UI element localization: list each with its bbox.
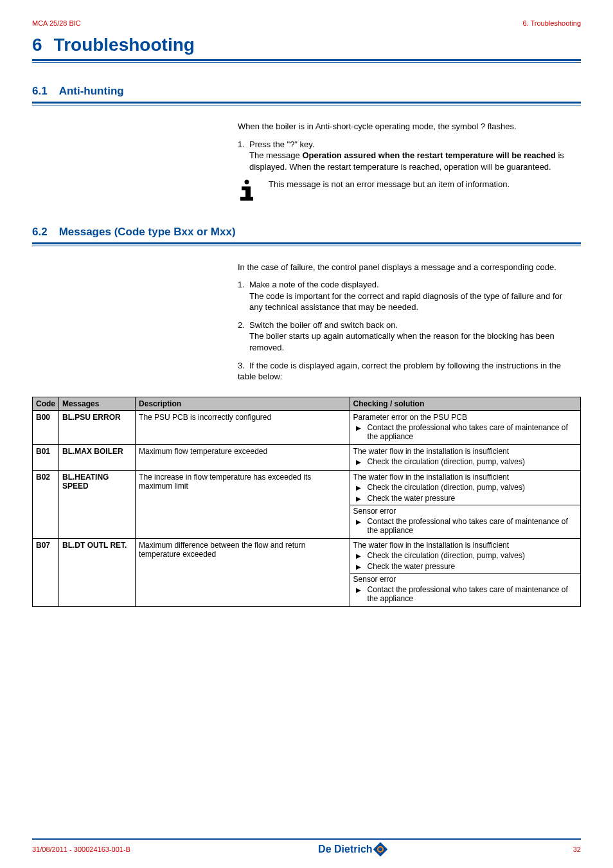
triangle-bullet-icon: ▶: [356, 483, 361, 493]
table-row: B01 BL.MAX BOILER Maximum flow temperatu…: [33, 444, 581, 470]
triangle-bullet-icon: ▶: [356, 457, 361, 467]
step-number: 3.: [238, 360, 249, 372]
s61-intro: When the boiler is in Anti-short-cycle o…: [238, 121, 574, 132]
solution-title: Sensor error: [353, 507, 577, 516]
cell-message: BL.PSU ERROR: [59, 410, 136, 444]
th-solution: Checking / solution: [350, 397, 580, 410]
chapter-number: 6: [32, 35, 42, 55]
triangle-bullet-icon: ▶: [356, 517, 361, 527]
step-number: 1.: [238, 139, 249, 150]
th-messages: Messages: [59, 397, 136, 410]
solution-subtext: Contact the professional who takes care …: [368, 423, 577, 441]
cell-code: B00: [33, 410, 59, 444]
s61-step1: 1.Press the "?" key. The message Operati…: [238, 139, 574, 173]
section-rule-thin: [32, 105, 581, 105]
cell-solution: The water flow in the installation is in…: [350, 444, 580, 470]
th-description: Description: [136, 397, 350, 410]
brand-logo: De Dietrich: [318, 844, 385, 855]
section-6-1-name: Anti-hunting: [59, 85, 124, 97]
triangle-bullet-icon: ▶: [356, 423, 361, 433]
section-6-1-title: 6.1Anti-hunting: [32, 85, 581, 98]
solution-subitem: ▶ Check the circulation (direction, pump…: [353, 457, 577, 467]
header-right: 6. Troubleshooting: [522, 19, 581, 27]
solution-subitem: ▶ Check the water pressure: [353, 562, 577, 572]
chapter-name: Troubleshooting: [54, 35, 195, 55]
solution-title: The water flow in the installation is in…: [353, 473, 577, 482]
solution-subitem: ▶ Contact the professional who takes car…: [353, 517, 577, 535]
cell-message: BL.DT OUTL RET.: [59, 538, 136, 606]
cell-message: BL.HEATING SPEED: [59, 470, 136, 538]
section-6-2-title: 6.2Messages (Code type Bxx or Mxx): [32, 226, 581, 239]
cell-message: BL.MAX BOILER: [59, 444, 136, 470]
cell-divider: [350, 573, 580, 574]
cell-solution: Parameter error on the PSU PCB ▶ Contact…: [350, 410, 580, 444]
cell-description: The PSU PCB is incorrectly configured: [136, 410, 350, 444]
step-text: Press the "?" key.: [249, 140, 314, 149]
triangle-bullet-icon: ▶: [356, 494, 361, 503]
step-continuation: The boiler starts up again automatically…: [249, 330, 574, 353]
table-row: B07 BL.DT OUTL RET. Maximum difference b…: [33, 538, 581, 606]
footer-rule: [32, 838, 581, 840]
section-6-1-body: When the boiler is in Anti-short-cycle o…: [238, 121, 574, 204]
cell-code: B02: [33, 470, 59, 538]
section-6-2-body: In the case of failure, the control pane…: [238, 262, 574, 383]
solution-title: The water flow in the installation is in…: [353, 541, 577, 550]
cell-divider: [350, 505, 580, 505]
svg-rect-3: [240, 197, 253, 201]
step-continuation: The code is important for the correct an…: [249, 291, 574, 313]
section-rule-thin: [32, 246, 581, 246]
page-header: MCA 25/28 BIC 6. Troubleshooting: [32, 19, 581, 27]
table-row: B02 BL.HEATING SPEED The increase in flo…: [33, 470, 581, 538]
step-number: 2.: [238, 320, 249, 331]
step-text: Make a note of the code displayed.: [249, 280, 379, 289]
section-6-2-name: Messages (Code type Bxx or Mxx): [59, 226, 236, 238]
s62-step3: 3.If the code is displayed again, correc…: [238, 360, 574, 383]
section-6-2-number: 6.2: [32, 226, 48, 238]
cell-description: Maximum difference between the flow and …: [136, 538, 350, 606]
chapter-rule-thin: [32, 62, 581, 63]
solution-subitem: ▶ Check the circulation (direction, pump…: [353, 483, 577, 493]
triangle-bullet-icon: ▶: [356, 562, 361, 572]
cell-code: B01: [33, 444, 59, 470]
brand-diamond-icon: [373, 842, 387, 857]
page-number: 32: [573, 845, 581, 853]
info-text: This message is not an error message but…: [269, 179, 574, 190]
solution-subitem: ▶ Check the circulation (direction, pump…: [353, 551, 577, 561]
th-code: Code: [33, 397, 59, 410]
step-number: 1.: [238, 279, 249, 291]
solution-title: Parameter error on the PSU PCB: [353, 413, 577, 422]
info-note: This message is not an error message but…: [238, 179, 574, 204]
cell-description: Maximum flow temperature exceeded: [136, 444, 350, 470]
header-left: MCA 25/28 BIC: [32, 19, 81, 27]
table-header-row: Code Messages Description Checking / sol…: [33, 397, 581, 410]
solution-subitem: ▶ Check the water pressure: [353, 494, 577, 503]
step-text: If the code is displayed again, correct …: [238, 361, 561, 382]
chapter-title: 6Troubleshooting: [32, 35, 581, 55]
section-rule-thick: [32, 242, 581, 244]
cell-solution: The water flow in the installation is in…: [350, 538, 580, 606]
brand-text: De Dietrich: [318, 844, 372, 855]
info-icon: [238, 179, 256, 204]
solution-subitem: ▶ Contact the professional who takes car…: [353, 585, 577, 603]
section-rule-thick: [32, 102, 581, 104]
cell-description: The increase in flow temperature has exc…: [136, 470, 350, 538]
s62-step1: 1.Make a note of the code displayed. The…: [238, 279, 574, 313]
triangle-bullet-icon: ▶: [356, 585, 361, 595]
s62-step2: 2.Switch the boiler off and switch back …: [238, 320, 574, 354]
s62-intro: In the case of failure, the control pane…: [238, 262, 574, 273]
cell-solution: The water flow in the installation is in…: [350, 470, 580, 538]
solution-subtext: Check the circulation (direction, pump, …: [368, 457, 577, 466]
page-footer: 31/08/2011 - 300024163-001-B De Dietrich…: [32, 838, 581, 855]
cell-code: B07: [33, 538, 59, 606]
solution-title: Sensor error: [353, 575, 577, 584]
codes-table: Code Messages Description Checking / sol…: [32, 397, 581, 607]
svg-point-0: [245, 180, 249, 185]
solution-title: The water flow in the installation is in…: [353, 447, 577, 456]
solution-subitem: ▶ Contact the professional who takes car…: [353, 423, 577, 441]
step-continuation: The message Operation assured when the r…: [249, 150, 574, 172]
section-6-1-number: 6.1: [32, 85, 48, 97]
svg-rect-2: [245, 186, 251, 197]
triangle-bullet-icon: ▶: [356, 551, 361, 561]
step-text: Switch the boiler off and switch back on…: [249, 320, 398, 330]
table-row: B00 BL.PSU ERROR The PSU PCB is incorrec…: [33, 410, 581, 444]
